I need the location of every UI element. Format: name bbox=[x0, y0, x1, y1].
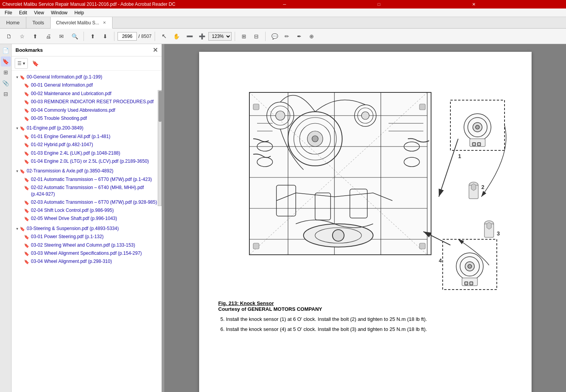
bookmarks-list[interactable]: ▾ 🔖 00-General Information.pdf (p.1-199)… bbox=[12, 71, 162, 392]
page-number-input[interactable] bbox=[118, 32, 137, 41]
bookmark-item-00-02[interactable]: 🔖 00-02 Maintenance and Lubrication.pdf bbox=[21, 90, 162, 98]
two-page-btn[interactable]: ⊟ bbox=[251, 31, 262, 42]
select-tool-btn[interactable]: ↖ bbox=[158, 31, 170, 42]
bk-text-02-05[interactable]: 02-05 Wheel Drive Shaft.pdf (p.996-1043) bbox=[31, 215, 117, 222]
bk-text-02-02[interactable]: 02-02 Automatic Transmission – 6T40 (MH8… bbox=[31, 184, 159, 198]
bk-text-00-05[interactable]: 00-05 Trouble Shooting.pdf bbox=[31, 115, 87, 122]
side-icon-attachments[interactable]: 📎 bbox=[1, 78, 11, 88]
minimize-btn[interactable]: ─ bbox=[283, 2, 375, 7]
print-btn[interactable]: 🖨 bbox=[43, 31, 54, 42]
bk-text-03-04[interactable]: 03-04 Wheel Alignment.pdf (p.298-310) bbox=[31, 258, 112, 265]
bookmark-item-03-04[interactable]: 🔖 03-04 Wheel Alignment.pdf (p.298-310) bbox=[21, 257, 162, 266]
bookmark-label-00[interactable]: 00-General Information.pdf (p.1-199) bbox=[27, 74, 102, 80]
bookmarks-scrollbar[interactable] bbox=[158, 90, 162, 206]
email-btn[interactable]: ✉ bbox=[56, 31, 67, 42]
toggle-icon-00[interactable]: ▾ bbox=[16, 75, 18, 80]
bookmark-item-02-03[interactable]: 🔖 02-03 Automatic Transmission – 6T70 (M… bbox=[21, 198, 162, 206]
prev-page-btn[interactable]: ⬆ bbox=[87, 31, 99, 42]
bookmark-icon-00: 🔖 bbox=[20, 75, 25, 80]
bookmark-item-00-01[interactable]: 🔖 00-01 General Information.pdf bbox=[21, 81, 162, 89]
bookmark-section-02-header[interactable]: ▾ 🔖 02-Transmission & Axle.pdf (p.3850-4… bbox=[12, 167, 162, 175]
bk-icon: 🔖 bbox=[24, 234, 29, 240]
bk-text-01-04[interactable]: 01-04 Engine 2.0L (LTG) or 2.5L (LCV).pd… bbox=[31, 158, 149, 165]
bookmark-item-02-04[interactable]: 🔖 02-04 Shift Lock Control.pdf (p.986-99… bbox=[21, 206, 162, 215]
bookmark-add-btn[interactable]: 🔖 bbox=[29, 58, 41, 69]
side-icon-file[interactable]: 📄 bbox=[1, 46, 11, 56]
bookmark-star-btn[interactable]: ☆ bbox=[16, 31, 28, 42]
bk-text-02-03[interactable]: 02-03 Automatic Transmission – 6T70 (M7W… bbox=[31, 199, 157, 206]
bk-text-03-03[interactable]: 03-03 Wheel Alignment Specifications.pdf… bbox=[31, 250, 142, 257]
bk-text-00-03[interactable]: 00-03 REMINDER INDICATOR RESET PROCEDURE… bbox=[31, 99, 153, 105]
highlight-btn[interactable]: ✏ bbox=[281, 31, 293, 42]
fit-page-btn[interactable]: ⊞ bbox=[238, 31, 250, 42]
zoom-in-btn2[interactable]: ➕ bbox=[196, 31, 208, 42]
bk-text-00-04[interactable]: 00-04 Commonly Used Abbreviations.pdf bbox=[31, 107, 115, 114]
bk-text-01-03[interactable]: 01-03 Engine 2.4L (LUK).pdf (p.1048-2188… bbox=[31, 150, 120, 157]
zoom-out-btn[interactable]: ➖ bbox=[184, 31, 195, 42]
bookmark-options-btn[interactable]: ☰ ▾ bbox=[15, 58, 28, 69]
pdf-content-area[interactable]: 1 4 bbox=[164, 44, 566, 392]
bookmark-item-02-05[interactable]: 🔖 02-05 Wheel Drive Shaft.pdf (p.996-104… bbox=[21, 215, 162, 223]
bookmark-item-01-04[interactable]: 🔖 01-04 Engine 2.0L (LTG) or 2.5L (LCV).… bbox=[21, 157, 162, 165]
bk-text-02-04[interactable]: 02-04 Shift Lock Control.pdf (p.986-995) bbox=[31, 207, 114, 214]
bookmark-item-01-01[interactable]: 🔖 01-01 Engine General All.pdf (p.1-481) bbox=[21, 133, 162, 141]
zoom-in-btn[interactable]: 🔍 bbox=[69, 31, 80, 42]
next-page-btn[interactable]: ⬇ bbox=[99, 31, 111, 42]
upload-btn[interactable]: ⬆ bbox=[29, 31, 41, 42]
bookmark-label-02[interactable]: 02-Transmission & Axle.pdf (p.3850-4892) bbox=[27, 168, 113, 174]
maximize-btn[interactable]: □ bbox=[378, 2, 469, 7]
menu-window[interactable]: Window bbox=[48, 9, 71, 16]
bookmark-item-02-01[interactable]: 🔖 02-01 Automatic Transmission – 6T70 (M… bbox=[21, 176, 162, 184]
hand-tool-btn[interactable]: ✋ bbox=[170, 31, 182, 42]
bk-icon: 🔖 bbox=[24, 159, 29, 165]
bookmark-icon-01: 🔖 bbox=[20, 126, 25, 131]
bk-text-03-01[interactable]: 03-01 Power Steering.pdf (p.1-132) bbox=[31, 233, 104, 240]
bookmark-section-03-header[interactable]: ▾ 🔖 03-Steering & Suspension.pdf (p.4893… bbox=[12, 225, 162, 233]
bookmark-label-01[interactable]: 01-Engine.pdf (p.200-3849) bbox=[27, 125, 84, 131]
menu-view[interactable]: View bbox=[31, 9, 47, 16]
zoom-select[interactable]: 123% 100% 75% 50% bbox=[208, 32, 232, 41]
tab-close-btn[interactable]: ✕ bbox=[102, 20, 107, 25]
side-icon-layers[interactable]: ⊞ bbox=[1, 67, 11, 77]
bookmarks-close-btn[interactable]: ✕ bbox=[153, 46, 158, 54]
instruction-6: Install the knock sensor (4) at 5 O' clo… bbox=[226, 325, 512, 334]
close-btn[interactable]: ✕ bbox=[472, 2, 564, 7]
menu-help[interactable]: Help bbox=[72, 9, 87, 16]
toggle-icon-01[interactable]: ▾ bbox=[16, 126, 18, 131]
nav-tab-tools[interactable]: Tools bbox=[26, 17, 51, 28]
bookmark-item-03-03[interactable]: 🔖 03-03 Wheel Alignment Specifications.p… bbox=[21, 249, 162, 257]
svg-marker-58 bbox=[487, 222, 491, 229]
bookmark-item-00-05[interactable]: 🔖 00-05 Trouble Shooting.pdf bbox=[21, 114, 162, 123]
bk-text-03-02[interactable]: 03-02 Steering Wheel and Column.pdf (p.1… bbox=[31, 242, 135, 249]
page-navigation: ⬆ ⬇ bbox=[87, 31, 111, 42]
doc-tab-malibu[interactable]: Chevrolet Malibu S... ✕ bbox=[51, 17, 113, 29]
draw-btn[interactable]: ✒ bbox=[293, 31, 305, 42]
bk-text-01-02[interactable]: 01-02 Hybrid.pdf (p.482-1047) bbox=[31, 141, 93, 148]
bookmark-section-01-header[interactable]: ▾ 🔖 01-Engine.pdf (p.200-3849) bbox=[12, 124, 162, 132]
bk-text-00-01[interactable]: 00-01 General Information.pdf bbox=[31, 82, 93, 89]
bookmark-item-00-03[interactable]: 🔖 00-03 REMINDER INDICATOR RESET PROCEDU… bbox=[21, 98, 162, 106]
bk-text-00-02[interactable]: 00-02 Maintenance and Lubrication.pdf bbox=[31, 90, 111, 97]
new-btn[interactable]: 🗋 bbox=[3, 31, 15, 42]
nav-tab-home[interactable]: Home bbox=[0, 17, 26, 28]
menu-edit[interactable]: Edit bbox=[16, 9, 30, 16]
side-icon-bookmark[interactable]: 🔖 bbox=[1, 56, 11, 66]
menu-file[interactable]: File bbox=[2, 9, 15, 16]
bookmark-item-02-02[interactable]: 🔖 02-02 Automatic Transmission – 6T40 (M… bbox=[21, 184, 162, 198]
more-tools-btn[interactable]: ⊕ bbox=[306, 31, 317, 42]
bookmark-item-00-04[interactable]: 🔖 00-04 Commonly Used Abbreviations.pdf bbox=[21, 106, 162, 114]
comment-btn[interactable]: 💬 bbox=[269, 31, 280, 42]
toggle-icon-03[interactable]: ▾ bbox=[16, 226, 18, 232]
bookmark-item-01-02[interactable]: 🔖 01-02 Hybrid.pdf (p.482-1047) bbox=[21, 141, 162, 149]
bookmark-item-01-03[interactable]: 🔖 01-03 Engine 2.4L (LUK).pdf (p.1048-21… bbox=[21, 149, 162, 157]
bookmark-item-03-02[interactable]: 🔖 03-02 Steering Wheel and Column.pdf (p… bbox=[21, 241, 162, 249]
side-icon-pages[interactable]: ⊟ bbox=[1, 89, 11, 99]
bk-text-02-01[interactable]: 02-01 Automatic Transmission – 6T70 (M7W… bbox=[31, 176, 152, 183]
bookmark-section-00-header[interactable]: ▾ 🔖 00-General Information.pdf (p.1-199) bbox=[12, 73, 162, 81]
scrollbar-thumb[interactable] bbox=[159, 91, 162, 122]
toggle-icon-02[interactable]: ▾ bbox=[16, 169, 18, 174]
bk-text-01-01[interactable]: 01-01 Engine General All.pdf (p.1-481) bbox=[31, 133, 110, 140]
bookmark-label-03[interactable]: 03-Steering & Suspension.pdf (p.4893-533… bbox=[27, 225, 119, 232]
bookmark-item-03-01[interactable]: 🔖 03-01 Power Steering.pdf (p.1-132) bbox=[21, 233, 162, 241]
tab-bar: Home Tools Chevrolet Malibu S... ✕ bbox=[0, 17, 566, 29]
